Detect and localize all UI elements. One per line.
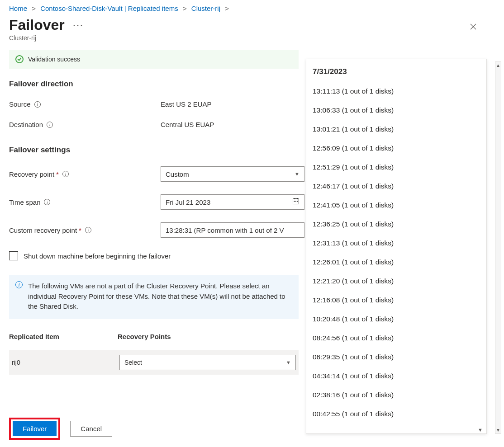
recovery-point-option[interactable]: 12:41:05 (1 out of 1 disks) [313,196,486,215]
info-icon[interactable]: i [85,227,91,233]
recovery-point-option[interactable]: 08:24:56 (1 out of 1 disks) [313,329,486,348]
recovery-point-select-value: Select [124,359,142,366]
failover-button-highlight: Failover [9,418,60,440]
page-header: Failover ··· Cluster-rij [0,15,504,42]
time-span-label: Time span [9,198,40,206]
replicated-items-table: Replicated Item Recovery Points rij0 Sel… [9,329,299,375]
shutdown-checkbox-label: Shut down machine before beginning the f… [24,252,171,260]
vm-warning-info-box: i The following VMs are not a part of th… [9,275,299,319]
source-value: East US 2 EUAP [161,100,212,108]
recovery-point-option[interactable]: 13:01:21 (1 out of 1 disks) [313,120,486,139]
recovery-point-option[interactable]: 12:46:17 (1 out of 1 disks) [313,177,486,196]
recovery-point-option[interactable]: 00:42:55 (1 out of 1 disks) [313,405,486,423]
recovery-point-option[interactable]: 12:51:29 (1 out of 1 disks) [313,158,486,177]
recovery-point-option[interactable]: 02:38:16 (1 out of 1 disks) [313,386,486,405]
scroll-down-icon[interactable]: ▼ [496,427,500,433]
table-row-item-name: rij0 [12,359,119,366]
time-span-value: Fri Jul 21 2023 [166,198,210,206]
required-marker: * [79,226,81,234]
recovery-point-option[interactable]: 06:29:35 (1 out of 1 disks) [313,348,486,367]
destination-value: Central US EUAP [161,121,214,128]
recovery-point-option[interactable]: 12:56:09 (1 out of 1 disks) [313,139,486,158]
more-icon[interactable]: ··· [73,21,84,30]
svg-rect-5 [295,201,296,202]
cancel-button[interactable]: Cancel [70,421,112,437]
recovery-point-option[interactable]: 12:16:08 (1 out of 1 disks) [313,291,486,310]
svg-rect-4 [294,201,295,202]
recovery-point-option[interactable]: 12:36:25 (1 out of 1 disks) [313,215,486,234]
info-icon[interactable]: i [44,199,50,205]
close-icon[interactable] [465,19,481,35]
custom-rp-dropdown[interactable]: 13:28:31 (RP common with 1 out of 2 V [161,222,304,238]
recovery-point-option[interactable]: 13:11:13 (1 out of 1 disks) [313,82,486,101]
page-subtitle: Cluster-rij [9,34,465,42]
validation-success-text: Validation success [28,56,80,63]
page-scrollbar[interactable]: ▲ ▼ [495,61,501,434]
scroll-up-icon[interactable]: ▲ [496,62,500,69]
shutdown-checkbox[interactable] [9,251,18,260]
chevron-down-icon: ▼ [286,360,291,365]
validation-success-banner: Validation success [9,50,299,69]
footer-actions: Failover Cancel [0,418,121,440]
destination-label: Destination [9,121,43,128]
recovery-point-option[interactable]: 04:34:14 (1 out of 1 disks) [313,367,486,386]
recovery-points-scroll-list[interactable]: 7/31/2023 13:11:13 (1 out of 1 disks)13:… [306,59,486,426]
breadcrumb-sep: > [32,5,36,12]
svg-rect-6 [297,201,298,202]
custom-rp-value: 13:28:31 (RP common with 1 out of 2 V [166,226,284,234]
recovery-point-option[interactable]: 13:06:33 (1 out of 1 disks) [313,101,486,120]
vm-warning-text: The following VMs are not a part of the … [28,282,285,310]
table-row: rij0 Select ▼ [9,350,299,375]
check-icon [15,55,24,63]
col-replicated-item: Replicated Item [9,333,118,340]
page-title-text: Failover [9,17,65,33]
recovery-point-option[interactable]: 12:21:20 (1 out of 1 disks) [313,272,486,291]
required-marker: * [56,170,59,178]
page-title: Failover ··· [9,17,465,33]
recovery-point-dropdown[interactable]: Custom ▼ [161,166,304,182]
recovery-point-option[interactable]: 10:20:48 (1 out of 1 disks) [313,310,486,329]
info-icon[interactable]: i [47,122,53,128]
table-header: Replicated Item Recovery Points [9,329,299,344]
recovery-point-label: Recovery point [9,170,54,178]
calendar-icon [292,198,300,207]
recovery-point-option[interactable]: 12:26:01 (1 out of 1 disks) [313,253,486,272]
breadcrumb-cluster[interactable]: Cluster-rij [191,5,220,12]
breadcrumb-home[interactable]: Home [9,5,27,12]
breadcrumb-sep: > [183,5,187,12]
info-icon: i [15,281,23,288]
custom-rp-label: Custom recovery point [9,226,77,234]
failover-button[interactable]: Failover [13,421,57,436]
col-recovery-points: Recovery Points [118,333,299,340]
recovery-points-dropdown-panel: 7/31/2023 13:11:13 (1 out of 1 disks)13:… [306,59,487,434]
breadcrumb: Home > Contoso-Shared-Disk-Vault | Repli… [0,0,504,15]
recovery-point-value: Custom [166,170,189,178]
recovery-point-option[interactable]: 12:31:13 (1 out of 1 disks) [313,234,486,253]
info-icon[interactable]: i [34,101,41,108]
breadcrumb-vault[interactable]: Contoso-Shared-Disk-Vault | Replicated i… [40,5,178,12]
recovery-point-select[interactable]: Select ▼ [119,355,296,370]
source-label: Source [9,100,31,108]
recovery-points-date-header: 7/31/2023 [313,66,486,82]
chevron-down-icon: ▼ [295,171,300,177]
dropdown-scroll-down-icon[interactable]: ▼ [306,426,486,433]
time-span-datepicker[interactable]: Fri Jul 21 2023 [161,194,304,210]
breadcrumb-sep: > [225,5,229,12]
info-icon[interactable]: i [62,171,69,177]
